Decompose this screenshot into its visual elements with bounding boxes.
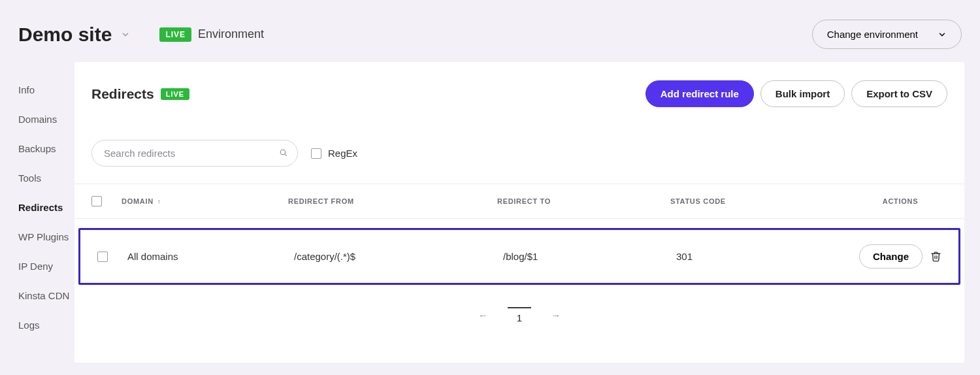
cell-to: /blog/$1	[503, 251, 676, 262]
col-header-actions: ACTIONS	[853, 197, 947, 205]
sidebar: InfoDomainsBackupsToolsRedirectsWP Plugi…	[0, 62, 74, 363]
filter-row: RegEx	[74, 114, 964, 184]
main-panel: Redirects LIVE Add redirect rule Bulk im…	[74, 62, 964, 363]
regex-toggle[interactable]: RegEx	[311, 148, 357, 159]
col-header-status[interactable]: STATUS CODE	[670, 197, 853, 205]
search-input[interactable]	[91, 140, 298, 167]
prev-page-icon[interactable]: ←	[478, 310, 488, 321]
col-select-all	[91, 196, 122, 206]
sidebar-item-redirects[interactable]: Redirects	[18, 193, 74, 222]
col-header-from[interactable]: REDIRECT FROM	[288, 197, 497, 205]
next-page-icon[interactable]: →	[551, 310, 561, 321]
col-header-domain-label: DOMAIN	[122, 197, 154, 205]
regex-label: RegEx	[328, 148, 357, 159]
env-live-badge: LIVE	[159, 27, 191, 42]
page-title: Redirects	[91, 86, 154, 102]
col-header-to[interactable]: REDIRECT TO	[497, 197, 670, 205]
table-header-row: DOMAIN ↑ REDIRECT FROM REDIRECT TO STATU…	[74, 184, 964, 219]
sidebar-item-info[interactable]: Info	[18, 75, 74, 105]
regex-checkbox[interactable]	[311, 148, 321, 159]
bulk-import-button[interactable]: Bulk import	[760, 80, 845, 107]
cell-status: 301	[676, 251, 859, 262]
table-row: All domains/category/(.*)$/blog/$1301Cha…	[78, 228, 960, 285]
sidebar-item-kinsta-cdn[interactable]: Kinsta CDN	[18, 281, 74, 310]
change-env-button[interactable]: Change environment	[812, 20, 962, 49]
page-header: Redirects LIVE Add redirect rule Bulk im…	[74, 62, 964, 114]
app-header: Demo site LIVE Environment Change enviro…	[0, 0, 980, 62]
cell-domain: All domains	[127, 251, 294, 262]
sidebar-item-wp-plugins[interactable]: WP Plugins	[18, 222, 74, 252]
sidebar-item-ip-deny[interactable]: IP Deny	[18, 252, 74, 281]
sidebar-item-tools[interactable]: Tools	[18, 163, 74, 193]
change-env-label: Change environment	[827, 29, 918, 40]
page-number: 1	[508, 307, 531, 323]
cell-from: /category/(.*)$	[294, 251, 503, 262]
change-button[interactable]: Change	[859, 244, 923, 269]
delete-icon[interactable]	[930, 251, 941, 262]
search-icon	[279, 148, 287, 159]
sidebar-item-domains[interactable]: Domains	[18, 105, 74, 134]
env-label: Environment	[198, 27, 264, 41]
sort-asc-icon: ↑	[157, 198, 161, 205]
search-wrap	[91, 140, 298, 167]
select-all-checkbox[interactable]	[91, 196, 102, 206]
svg-line-1	[285, 154, 286, 155]
export-csv-button[interactable]: Export to CSV	[851, 80, 947, 107]
row-checkbox[interactable]	[97, 252, 108, 262]
pagination: ← 1 →	[74, 285, 964, 330]
sidebar-item-logs[interactable]: Logs	[18, 310, 74, 340]
chevron-down-icon	[938, 30, 947, 39]
site-title: Demo site	[18, 24, 112, 46]
col-header-domain[interactable]: DOMAIN ↑	[122, 197, 288, 205]
svg-point-0	[280, 150, 286, 155]
page-live-badge: LIVE	[161, 88, 189, 100]
sidebar-item-backups[interactable]: Backups	[18, 134, 74, 163]
site-switcher-chevron-icon[interactable]	[121, 30, 130, 39]
add-redirect-button[interactable]: Add redirect rule	[645, 80, 754, 107]
